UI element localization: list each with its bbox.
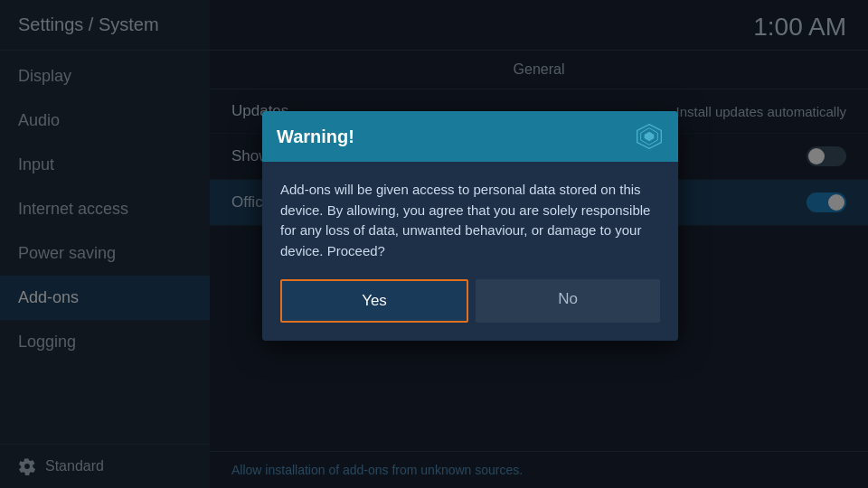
dialog-buttons: Yes No [262, 276, 678, 341]
kodi-logo-icon [635, 122, 664, 151]
dialog-overlay: Warning! Add-ons will be given access to… [0, 0, 868, 488]
dialog-header: Warning! [262, 111, 678, 162]
no-button[interactable]: No [476, 279, 660, 323]
yes-button[interactable]: Yes [280, 279, 468, 323]
dialog-body: Add-ons will be given access to personal… [262, 162, 678, 276]
warning-dialog: Warning! Add-ons will be given access to… [262, 111, 678, 341]
dialog-title: Warning! [277, 127, 354, 147]
